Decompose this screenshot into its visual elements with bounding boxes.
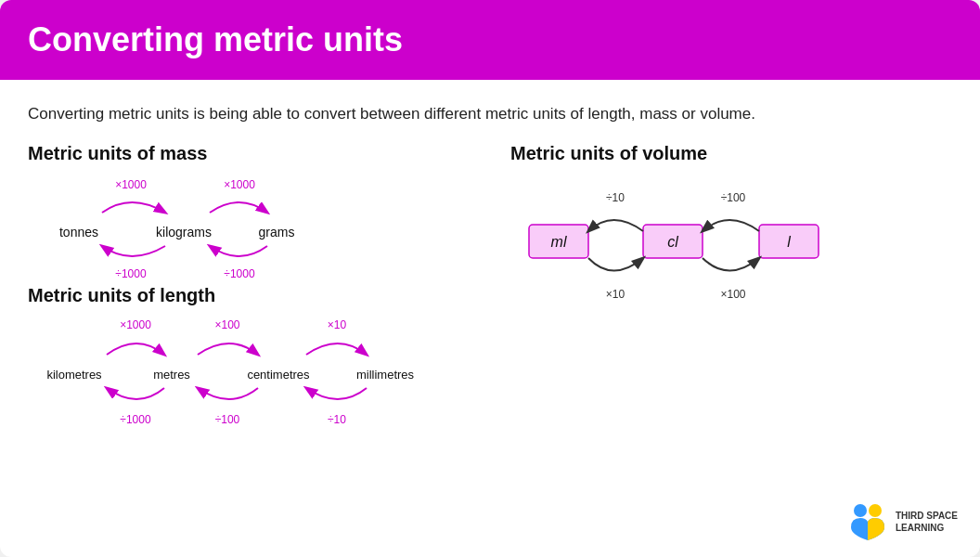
mass-arrow-g-kg-bot	[210, 246, 267, 256]
svg-point-0	[854, 504, 867, 517]
mass-label-d1000-2: ÷1000	[224, 267, 255, 280]
len-mm: millimetres	[356, 368, 415, 382]
len-lbl-x10: ×10	[328, 318, 347, 331]
len-cm: centimetres	[247, 368, 310, 382]
mass-svg: tonnes kilograms grams ×1000 ×1000 ÷1000	[28, 174, 343, 280]
footer-logo: THIRD SPACE LEARNING	[847, 501, 958, 542]
logo-svg	[847, 501, 888, 542]
intro-text: Converting metric units is being able to…	[28, 102, 952, 126]
vol-lbl-d100-top: ÷100	[721, 191, 746, 204]
vol-arr-cl-l-bot	[703, 258, 759, 271]
len-lbl-x1000: ×1000	[120, 318, 151, 331]
mass-label-x1000-2: ×1000	[224, 178, 255, 191]
vol-label-ml: ml	[551, 234, 567, 250]
len-km: kilometres	[46, 368, 102, 382]
mass-section-title: Metric units of mass	[28, 143, 492, 164]
brand-name: THIRD SPACE LEARNING	[896, 510, 958, 534]
header: Converting metric units	[0, 0, 980, 80]
volume-section-title: Metric units of volume	[510, 143, 952, 164]
content: Converting metric units is being able to…	[0, 80, 980, 470]
len-arr-cm-mm-top	[306, 343, 367, 355]
mass-arrow-kg-t-bot	[102, 246, 165, 256]
card: Converting metric units Converting metri…	[0, 0, 980, 557]
page-title: Converting metric units	[28, 20, 952, 59]
vol-arr-l-cl-top	[703, 220, 759, 231]
svg-point-1	[869, 504, 882, 517]
length-diagram: kilometres metres centimetres millimetre…	[28, 316, 492, 436]
mass-unit-kg: kilograms	[156, 225, 212, 240]
vol-label-cl: cl	[667, 234, 678, 250]
mass-label-d1000-1: ÷1000	[115, 267, 147, 280]
vol-lbl-x10-bot: ×10	[606, 288, 625, 301]
vol-arr-ml-cl-bot	[588, 258, 643, 271]
vol-arr-cl-ml-top	[588, 220, 643, 231]
len-arr-mm-cm-bot	[306, 388, 367, 399]
mass-unit-grams: grams	[259, 225, 295, 240]
vol-label-l: l	[787, 234, 791, 250]
brand-logo-icon	[847, 501, 888, 542]
two-column-layout: Metric units of mass tonnes kilograms gr…	[28, 143, 952, 451]
length-section-title: Metric units of length	[28, 285, 492, 306]
len-arr-cm-m-bot	[198, 388, 258, 399]
vol-lbl-d10-top: ÷10	[606, 191, 625, 204]
left-column: Metric units of mass tonnes kilograms gr…	[28, 143, 492, 451]
length-svg: kilometres metres centimetres millimetre…	[28, 316, 436, 436]
len-arr-m-cm-top	[198, 343, 258, 355]
len-lbl-x100: ×100	[214, 318, 239, 331]
mass-arrow-kg-g-top	[210, 202, 267, 213]
len-lbl-d1000: ÷1000	[120, 413, 151, 426]
mass-unit-tonnes: tonnes	[59, 225, 98, 240]
len-lbl-d10: ÷10	[328, 413, 346, 426]
volume-diagram: ml cl l ÷10 ÷100	[510, 174, 952, 322]
len-arr-m-km-bot	[107, 388, 164, 399]
len-m: metres	[153, 368, 190, 382]
mass-diagram: tonnes kilograms grams ×1000 ×1000 ÷1000	[28, 174, 492, 285]
len-arr-km-m-top	[107, 343, 164, 355]
mass-arrow-t-kg-top	[102, 202, 165, 213]
vol-lbl-x100-bot: ×100	[720, 288, 745, 301]
mass-label-x1000-1: ×1000	[115, 178, 147, 191]
right-column: Metric units of volume ml	[492, 143, 952, 451]
volume-svg: ml cl l ÷10 ÷100	[510, 174, 845, 322]
len-lbl-d100: ÷100	[215, 413, 240, 426]
